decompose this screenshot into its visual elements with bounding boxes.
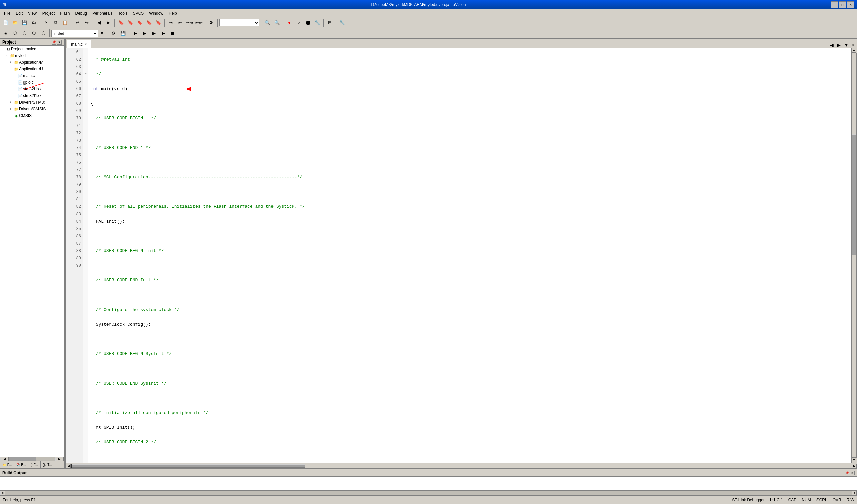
tb2-load[interactable]: 💾 [118,29,127,38]
minimize-button[interactable]: − [831,1,838,8]
bookmark3[interactable]: 🔖 [135,18,144,27]
tree-item-cmsis[interactable]: ◆ CMSIS [0,113,64,119]
search2[interactable]: 🔍 [272,18,281,27]
close-button[interactable]: × [847,1,854,8]
bookmark4[interactable]: 🔖 [145,18,153,27]
tb2-step4[interactable]: ▶ [159,29,168,38]
tab-main-c-close[interactable]: × [85,42,87,46]
menu-tools[interactable]: Tools [116,10,130,17]
ln-81: 81 [66,196,83,203]
indent-button[interactable]: ⇥ [166,18,175,27]
save-all-button[interactable]: 🗂 [30,18,38,27]
tb2-btn2[interactable]: ⬡ [11,29,19,38]
bookmark2[interactable]: 🔖 [126,18,135,27]
paste-button[interactable]: 📋 [61,18,69,27]
menu-project[interactable]: Project [39,10,57,17]
panel-hscroll-thumb[interactable] [9,457,36,461]
menu-edit[interactable]: Edit [13,10,26,17]
undo-button[interactable]: ↩ [73,18,82,27]
vscroll-up[interactable]: ▲ [852,48,856,52]
bookmark1[interactable]: 🔖 [117,18,125,27]
new-file-button[interactable]: 📄 [1,18,10,27]
nav-back-button[interactable]: ◀ [95,18,103,27]
tb2-step3[interactable]: ▶ [150,29,158,38]
tb2-btn7[interactable]: ⚙ [109,29,118,38]
tab-templates[interactable]: {}↓ T... [40,461,54,468]
tab-list-btn[interactable]: ▼ [843,42,850,48]
stop-btn[interactable]: ○ [294,18,303,27]
project-select[interactable]: myled [51,30,98,37]
target-select[interactable]: ... [219,19,259,27]
code-editor[interactable]: * @retval int */ int main(void) { /* USE… [88,48,851,463]
view-toggle[interactable]: ⊞ [325,18,334,27]
menubar: File Edit View Project Flash Debug Perip… [0,10,857,17]
fold-64[interactable]: − [83,70,88,77]
cut-button[interactable]: ✂ [42,18,51,27]
tb2-btn5[interactable]: ⬡ [39,29,48,38]
build-hscroll-left[interactable]: ◀ [0,491,4,495]
tools-btn[interactable]: ⚙ [207,18,216,27]
menu-peripherals[interactable]: Peripherals [90,10,116,17]
tree-item-app-m[interactable]: + 📁 Application/M [0,59,64,66]
nav-fwd-button[interactable]: ▶ [104,18,113,27]
tab-navigation: ◀ ▶ ▼ × [828,42,856,48]
tree-item-main-c[interactable]: 📄 main.c [0,72,64,79]
panel-hscroll-right[interactable]: ▶ [55,457,64,461]
tree-item-app-u[interactable]: − 📁 Application/U [0,66,64,72]
menu-window[interactable]: Window [146,10,166,17]
redo-button[interactable]: ↪ [82,18,91,27]
tb2-step1[interactable]: ▶ [131,29,139,38]
tree-item-drivers-cmsis[interactable]: + 📁 Drivers/CMSIS [0,106,64,113]
build-hscroll-right[interactable]: ▶ [853,491,857,495]
tree-item-drivers-stm3[interactable]: + 📁 Drivers/STM3: [0,99,64,106]
tb2-btn6[interactable]: ▼ [99,29,105,38]
tree-item-gpio-c[interactable]: 📄 gpio.c [0,79,64,86]
menu-help[interactable]: Help [166,10,180,17]
unindent2-button[interactable]: ⇤⇤ [195,18,203,27]
hscroll-right-btn[interactable]: ▶ [852,464,857,468]
menu-flash[interactable]: Flash [57,10,72,17]
run-btn[interactable]: ● [285,18,293,27]
tab-nav-left[interactable]: ◀ [828,42,835,48]
tree-item-stm32f1xx-1[interactable]: 📄 stm32f1xx [0,86,64,93]
debug2[interactable]: 🔧 [313,18,322,27]
tree-item-myled[interactable]: − 📁 myled [0,52,64,59]
tab-books[interactable]: 📚 B... [14,461,29,468]
menu-view[interactable]: View [26,10,39,17]
bookmark5[interactable]: 🔖 [154,18,163,27]
settings-btn[interactable]: 🔧 [338,18,347,27]
menu-file[interactable]: File [1,10,13,17]
search1[interactable]: 🔍 [263,18,272,27]
tb2-step5[interactable]: ⏹ [168,29,177,38]
tb2-btn4[interactable]: ⬡ [30,29,38,38]
build-pin-btn[interactable]: 📌 [845,471,849,475]
unindent-button[interactable]: ⇤ [176,18,184,27]
menu-svcs[interactable]: SVCS [130,10,147,17]
maximize-button[interactable]: □ [839,1,846,8]
tb2-step2[interactable]: ▶ [140,29,149,38]
project-close-button[interactable]: × [57,40,62,45]
indent2-button[interactable]: ⇥⇥ [185,18,194,27]
hscroll-thumb[interactable] [72,464,305,468]
save-button[interactable]: 💾 [20,18,29,27]
open-button[interactable]: 📂 [11,18,19,27]
code-line-66 [91,130,848,137]
tb2-btn3[interactable]: ⬡ [20,29,29,38]
build-close-btn[interactable]: × [850,471,855,475]
project-pin-button[interactable]: 📌 [52,40,56,45]
panel-hscroll-left[interactable]: ◀ [0,457,9,461]
tree-item-project-root[interactable]: − ⊟ Project: myled [0,46,64,52]
tb2-btn1[interactable]: ◈ [1,29,10,38]
tree-item-stm32f1xx-2[interactable]: 📄 stm32f1xx [0,93,64,99]
hscroll-left-btn[interactable]: ◀ [66,464,71,468]
tab-project[interactable]: 📁 P... [0,461,14,468]
tab-close-btn[interactable]: × [851,42,856,48]
tab-functions[interactable]: {} F... [29,461,40,468]
tab-nav-right[interactable]: ▶ [836,42,842,48]
code-tab-main-c[interactable]: main.c × [67,40,91,48]
vscroll-down[interactable]: ▼ [852,458,856,463]
menu-debug[interactable]: Debug [73,10,90,17]
copy-button[interactable]: ⧉ [51,18,60,27]
vscroll-thumb[interactable] [852,134,856,255]
debug1[interactable]: ⬤ [304,18,312,27]
